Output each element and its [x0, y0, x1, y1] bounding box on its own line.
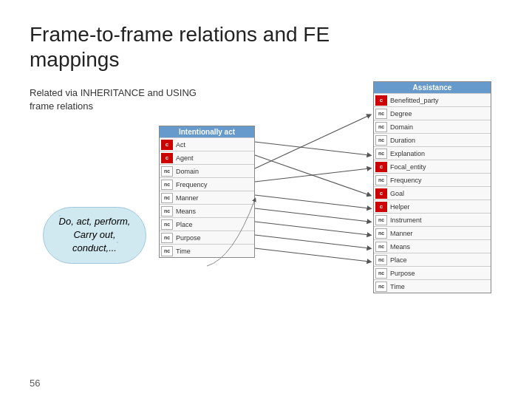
svg-line-3: [255, 168, 369, 182]
fe-row: ncPlace: [374, 253, 491, 266]
page-number: 56: [30, 378, 40, 389]
fe-label: Manner: [389, 230, 413, 237]
fe-badge: c: [161, 140, 173, 150]
fe-row: cAgent: [160, 151, 254, 164]
svg-line-1: [255, 155, 369, 195]
fe-label: Helper: [389, 203, 410, 211]
fe-label: Means: [389, 243, 410, 250]
fe-label: Goal: [389, 190, 404, 197]
fe-label: Means: [174, 208, 196, 215]
fe-label: Time: [389, 283, 405, 290]
fe-label: Domain: [389, 123, 413, 131]
fe-badge: c: [375, 95, 387, 106]
intent-frame: Intentionally act cActcAgentncDomainncFr…: [159, 126, 255, 258]
fe-badge: nc: [375, 109, 387, 119]
fe-row: ncFrequency: [374, 173, 491, 186]
svg-line-8: [255, 248, 369, 262]
cloud-left: Do, act, perform, Carry out, conduct,...: [43, 207, 146, 264]
fe-row: cGoal: [374, 186, 491, 200]
fe-label: Duration: [389, 137, 415, 144]
fe-row: cHelper: [374, 200, 491, 213]
fe-label: Instrument: [389, 216, 422, 224]
fe-row: ncManner: [374, 226, 491, 239]
fe-label: Domain: [174, 168, 199, 175]
fe-row: cBenefitted_party: [374, 93, 491, 106]
subtitle-line2: frame relations: [30, 100, 93, 112]
fe-row: ncPurpose: [374, 266, 491, 279]
slide: Frame-to-frame relations and FE mappings…: [0, 0, 532, 399]
fe-row: ncTime: [374, 279, 491, 293]
fe-row: ncDuration: [374, 133, 491, 146]
fe-label: Place: [389, 256, 407, 264]
svg-line-4: [255, 195, 369, 208]
fe-badge: c: [375, 188, 387, 199]
fe-label: Purpose: [174, 234, 201, 242]
fe-label: Benefitted_party: [389, 97, 439, 104]
fe-badge: nc: [161, 246, 173, 256]
svg-line-5: [255, 208, 369, 222]
assistance-frame: Assistance cBenefitted_partyncDegreencDo…: [373, 81, 491, 293]
intent-frame-title: Intentionally act: [160, 126, 254, 137]
fe-label: Agent: [174, 154, 194, 162]
fe-badge: c: [375, 202, 387, 212]
fe-badge: c: [161, 153, 173, 163]
fe-row: ncDomain: [374, 120, 491, 133]
fe-row: ncManner: [160, 191, 254, 204]
fe-badge: nc: [375, 175, 387, 185]
svg-line-7: [255, 235, 369, 248]
svg-line-2: [255, 115, 369, 168]
fe-row: ncExplanation: [374, 146, 491, 160]
fe-label: Act: [174, 141, 185, 149]
assistance-frame-title: Assistance: [374, 82, 491, 93]
fe-badge: nc: [161, 193, 173, 203]
fe-label: Focal_entity: [389, 163, 426, 171]
fe-label: Place: [174, 221, 193, 228]
svg-line-0: [255, 142, 369, 155]
fe-row: ncFrequency: [160, 177, 254, 191]
slide-title: Frame-to-frame relations and FE mappings: [30, 22, 502, 72]
fe-badge: nc: [161, 233, 173, 243]
fe-row: cAct: [160, 137, 254, 151]
fe-row: ncMeans: [374, 239, 491, 253]
fe-label: Explanation: [389, 150, 425, 157]
fe-label: Frequency: [389, 177, 422, 184]
fe-row: ncTime: [160, 244, 254, 257]
fe-badge: nc: [375, 255, 387, 265]
fe-badge: nc: [161, 206, 173, 216]
fe-badge: nc: [375, 242, 387, 252]
fe-badge: nc: [375, 282, 387, 292]
fe-row: ncPurpose: [160, 231, 254, 244]
fe-row: ncDegree: [374, 106, 491, 120]
fe-badge: nc: [161, 219, 173, 230]
fe-label: Purpose: [389, 270, 415, 277]
fe-badge: nc: [375, 122, 387, 132]
fe-row: ncPlace: [160, 217, 254, 231]
fe-badge: nc: [375, 268, 387, 279]
fe-badge: c: [375, 162, 387, 172]
fe-label: Time: [174, 248, 191, 255]
fe-row: ncMeans: [160, 204, 254, 217]
fe-badge: nc: [375, 215, 387, 225]
fe-row: cFocal_entity: [374, 160, 491, 173]
fe-badge: nc: [375, 149, 387, 159]
fe-label: Degree: [389, 110, 412, 117]
fe-row: ncInstrument: [374, 213, 491, 226]
svg-line-6: [255, 222, 369, 235]
fe-label: Frequency: [174, 181, 208, 188]
fe-badge: nc: [375, 228, 387, 239]
fe-badge: nc: [161, 166, 173, 177]
fe-badge: nc: [161, 180, 173, 190]
fe-row: ncDomain: [160, 164, 254, 177]
diagram: Assistance cBenefitted_partyncDegreencDo…: [159, 81, 491, 347]
fe-label: Manner: [174, 194, 199, 202]
fe-badge: nc: [375, 135, 387, 146]
